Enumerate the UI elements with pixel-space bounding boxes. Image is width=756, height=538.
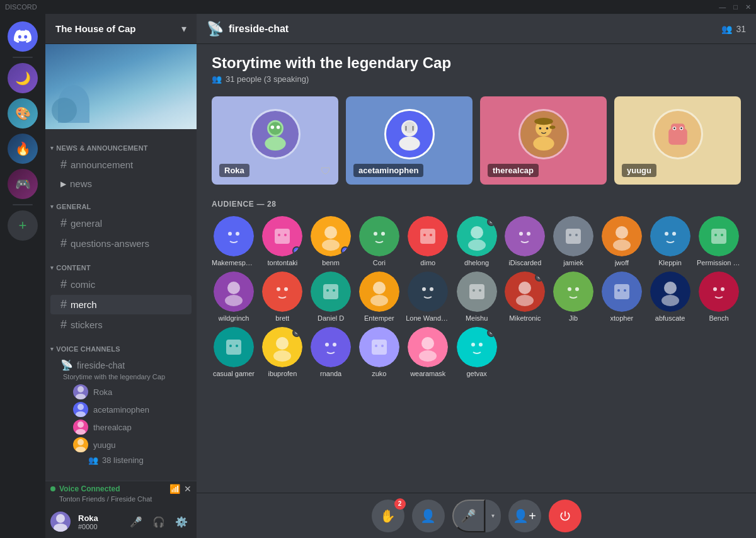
channel-qa[interactable]: # questions-answers (50, 234, 192, 253)
audience-avatar[interactable] (553, 216, 593, 256)
channel-header-right: 👥 31 (721, 24, 746, 34)
audience-avatar[interactable] (699, 216, 739, 256)
audience-avatar[interactable]: ⚙ (457, 327, 497, 367)
audience-avatar[interactable] (602, 272, 642, 312)
svg-point-67 (665, 232, 668, 236)
voice-channel-header[interactable]: 📡 fireside-chat (60, 357, 186, 373)
svg-point-19 (403, 122, 415, 134)
speaker-avatar-roka (250, 109, 301, 159)
svg-point-115 (273, 350, 291, 362)
maximize-button[interactable]: □ (733, 3, 738, 11)
channel-merch[interactable]: # merch (50, 295, 192, 314)
audience-member: Daniel D (309, 272, 353, 322)
stage-meta-text: 31 people (3 speaking) (226, 74, 309, 84)
audience-member: ✓ tontontaki (261, 216, 304, 266)
server-icon-2[interactable]: 🎨 (8, 98, 38, 129)
audience-avatar[interactable] (214, 216, 254, 256)
channel-announcement[interactable]: # announcement (50, 155, 192, 175)
audience-avatar[interactable] (602, 216, 642, 256)
audience-member: zuko (358, 327, 401, 377)
hash-icon-general: # (60, 217, 67, 230)
channel-list: ▾ NEWS & ANNOUNCEMENT # announcement ▶ n… (45, 129, 197, 481)
close-button[interactable]: ✕ (745, 3, 751, 11)
audience-member: wildgrinch (212, 272, 256, 322)
voice-bars-icon[interactable]: 📶 (169, 484, 180, 494)
speaker-card-therealcap: therealcap (480, 96, 607, 185)
svg-rect-110 (226, 340, 241, 355)
server-header[interactable]: The House of Cap ▾ (45, 14, 197, 44)
audience-avatar[interactable] (650, 216, 690, 256)
category-voice[interactable]: ▾ VOICE CHANNELS (45, 335, 197, 355)
svg-point-68 (672, 232, 676, 236)
raise-hand-button[interactable]: ✋ 2 (372, 500, 404, 532)
svg-point-42 (284, 234, 287, 236)
audience-avatar[interactable]: ⚙ (457, 216, 497, 256)
audience-avatar[interactable] (359, 272, 399, 312)
svg-point-124 (421, 337, 434, 350)
svg-point-54 (471, 226, 483, 239)
audience-section: AUDIENCE — 28 Makemespeakrr ✓ tontontaki… (212, 200, 741, 377)
audience-avatar[interactable] (408, 216, 448, 256)
audience-avatar[interactable] (359, 327, 399, 367)
channel-general[interactable]: # general (50, 214, 192, 233)
speaker-avatar-yuugu (653, 109, 703, 159)
audience-avatar[interactable] (699, 272, 739, 312)
minimize-button[interactable]: — (719, 3, 726, 11)
audience-avatar[interactable]: ⚙ (505, 272, 545, 312)
audience-avatar[interactable] (408, 327, 448, 367)
add-server-button[interactable]: + (8, 210, 38, 241)
leave-stage-button[interactable] (549, 500, 581, 532)
audience-avatar[interactable] (650, 272, 690, 312)
svg-rect-50 (420, 229, 435, 244)
audience-avatar[interactable] (359, 216, 399, 256)
channel-comic[interactable]: # comic (50, 275, 192, 294)
audience-avatar[interactable] (311, 272, 351, 312)
mute-button[interactable]: 🎤 (126, 512, 146, 532)
channel-news[interactable]: ▶ news (50, 175, 192, 192)
channel-name-news: news (70, 178, 92, 189)
category-news[interactable]: ▾ NEWS & ANNOUNCEMENT (45, 134, 197, 154)
invite-button[interactable]: 👤 (412, 500, 445, 532)
audience-name: xtopher (610, 314, 634, 322)
mic-wrap: 🎤 ▾ (452, 500, 501, 532)
audience-avatar[interactable] (408, 272, 448, 312)
speaker-name-yuugu: yuugu (622, 164, 656, 177)
audience-member: brett (261, 272, 304, 322)
audience-member: wearamask (406, 327, 450, 377)
svg-point-75 (225, 295, 243, 306)
audience-avatar[interactable]: ✓ (311, 216, 351, 256)
mic-caret[interactable]: ▾ (486, 500, 501, 532)
svg-point-101 (617, 289, 620, 292)
audience-avatar[interactable] (553, 272, 593, 312)
svg-point-2 (77, 404, 84, 410)
request-to-speak-button[interactable]: 👤+ (508, 500, 541, 532)
deafen-button[interactable]: 🎧 (149, 512, 169, 532)
svg-point-41 (278, 234, 280, 236)
server-icon-3[interactable]: 🔥 (8, 134, 38, 164)
svg-point-66 (650, 216, 690, 256)
member-name-yuugu: yuugu (93, 440, 115, 450)
server-icon-4[interactable]: 🎮 (8, 169, 38, 199)
audience-avatar[interactable]: ✓ (262, 216, 302, 256)
audience-avatar[interactable] (214, 272, 254, 312)
svg-point-9 (54, 524, 67, 532)
discord-home-button[interactable] (8, 21, 38, 52)
voice-disconnect-icon[interactable]: ✕ (184, 484, 192, 494)
audience-avatar[interactable] (457, 272, 497, 312)
audience-avatar[interactable] (505, 216, 545, 256)
audience-avatar[interactable] (214, 327, 254, 367)
audience-avatar[interactable] (311, 327, 351, 367)
audience-name: brett (275, 314, 289, 322)
server-icon-1[interactable]: 🌙 (8, 63, 38, 93)
audience-avatar[interactable] (262, 272, 302, 312)
channel-name: announcement (71, 159, 133, 170)
settings-button[interactable]: ⚙️ (171, 512, 192, 532)
audience-name: getvax (466, 370, 486, 377)
channel-stickers[interactable]: # stickers (50, 315, 192, 335)
server-name: The House of Cap (55, 23, 136, 34)
category-general[interactable]: ▾ GENERAL (45, 193, 197, 213)
member-name-therealcap: therealcap (93, 423, 132, 432)
category-content[interactable]: ▾ CONTENT (45, 254, 197, 274)
mic-button[interactable]: 🎤 (452, 500, 485, 532)
audience-avatar[interactable]: ⚙ (262, 327, 302, 367)
